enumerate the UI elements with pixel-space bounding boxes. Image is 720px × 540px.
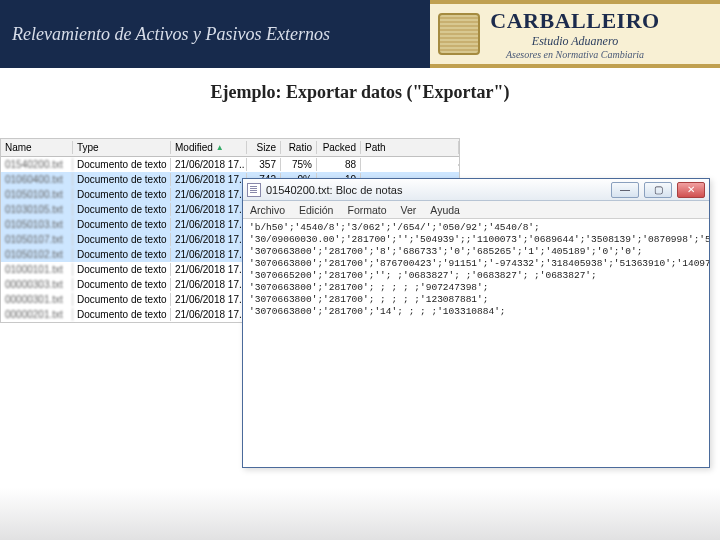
menu-ayuda[interactable]: Ayuda (423, 204, 467, 216)
col-type[interactable]: Type (73, 141, 171, 154)
cell-name: 01050103.txt (1, 218, 73, 231)
cell-modified: 21/06/2018 17.. (171, 173, 247, 186)
cell-modified: 21/06/2018 17.. (171, 233, 247, 246)
cell-type: Documento de texto (73, 173, 171, 186)
cell-type: Documento de texto (73, 218, 171, 231)
cell-modified: 21/06/2018 17.. (171, 158, 247, 171)
cell-type: Documento de texto (73, 203, 171, 216)
cell-type: Documento de texto (73, 248, 171, 261)
menu-edicion[interactable]: Edición (292, 204, 340, 216)
cell-name: 01540200.txt (1, 158, 73, 171)
cell-modified: 21/06/2018 17.. (171, 278, 247, 291)
col-path[interactable]: Path (361, 141, 459, 154)
logo-sub2: Asesores en Normativa Cambiaria (506, 49, 644, 60)
cell-name: 01030105.txt (1, 203, 73, 216)
cell-path (361, 164, 459, 166)
cell-name: 01060400.txt (1, 173, 73, 186)
cell-size: 357 (247, 158, 281, 171)
logo-main: CARBALLEIRO (490, 8, 659, 34)
cell-name: 01050102.txt (1, 248, 73, 261)
cell-name: 01000101.txt (1, 263, 73, 276)
cell-name: 01050100.txt (1, 188, 73, 201)
col-modified[interactable]: Modified ▲ (171, 141, 247, 154)
cell-packed: 88 (317, 158, 361, 171)
close-button[interactable]: ✕ (677, 182, 705, 198)
cell-type: Documento de texto (73, 188, 171, 201)
cell-modified: 21/06/2018 17.. (171, 308, 247, 321)
minimize-button[interactable]: — (611, 182, 639, 198)
menu-archivo[interactable]: Archivo (243, 204, 292, 216)
maximize-button[interactable]: ▢ (644, 182, 672, 198)
brand-logo: CARBALLEIRO Estudio Aduanero Asesores en… (430, 0, 720, 68)
notepad-title: 01540200.txt: Bloc de notas (266, 184, 606, 196)
logo-seal-icon (438, 13, 480, 55)
cell-modified: 21/06/2018 17.. (171, 203, 247, 216)
menu-formato[interactable]: Formato (340, 204, 393, 216)
menu-ver[interactable]: Ver (394, 204, 424, 216)
cell-ratio: 75% (281, 158, 317, 171)
notepad-menu: Archivo Edición Formato Ver Ayuda (243, 201, 709, 219)
slide-subtitle: Ejemplo: Exportar datos ("Exportar") (0, 82, 720, 103)
notepad-titlebar[interactable]: 01540200.txt: Bloc de notas — ▢ ✕ (243, 179, 709, 201)
cell-type: Documento de texto (73, 308, 171, 321)
cell-modified: 21/06/2018 17.. (171, 293, 247, 306)
header-title: Relevamiento de Activos y Pasivos Extern… (0, 0, 430, 68)
table-row[interactable]: 01540200.txtDocumento de texto21/06/2018… (1, 157, 459, 172)
cell-type: Documento de texto (73, 233, 171, 246)
notepad-body[interactable]: 'b/h50';'4540/8';'3/062';'/654/';'050/92… (243, 219, 709, 321)
slide-footer (0, 488, 720, 540)
col-ratio[interactable]: Ratio (281, 141, 317, 154)
cell-type: Documento de texto (73, 263, 171, 276)
col-name[interactable]: Name (1, 141, 73, 154)
slide-header: Relevamiento de Activos y Pasivos Extern… (0, 0, 720, 68)
cell-modified: 21/06/2018 17.. (171, 218, 247, 231)
cell-type: Documento de texto (73, 278, 171, 291)
cell-name: 00000303.txt (1, 278, 73, 291)
sort-asc-icon: ▲ (216, 143, 224, 152)
col-packed[interactable]: Packed (317, 141, 361, 154)
notepad-app-icon (247, 183, 261, 197)
notepad-window: 01540200.txt: Bloc de notas — ▢ ✕ Archiv… (242, 178, 710, 468)
cell-name: 00000301.txt (1, 293, 73, 306)
file-list-header: Name Type Modified ▲ Size Ratio Packed P… (1, 139, 459, 157)
cell-name: 01050107.txt (1, 233, 73, 246)
cell-name: 00000201.txt (1, 308, 73, 321)
cell-type: Documento de texto (73, 293, 171, 306)
cell-modified: 21/06/2018 17.. (171, 188, 247, 201)
cell-modified: 21/06/2018 17.. (171, 263, 247, 276)
cell-type: Documento de texto (73, 158, 171, 171)
logo-sub: Estudio Aduanero (532, 34, 618, 49)
cell-modified: 21/06/2018 17.. (171, 248, 247, 261)
col-size[interactable]: Size (247, 141, 281, 154)
